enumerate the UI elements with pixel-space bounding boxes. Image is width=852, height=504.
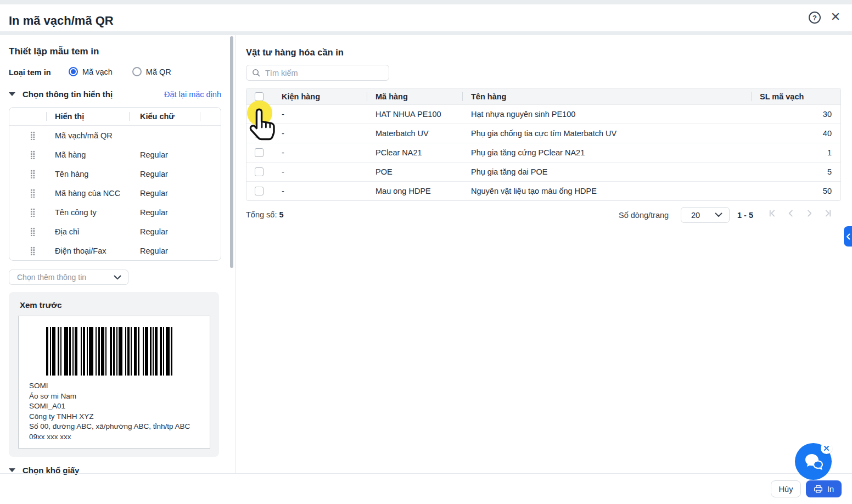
cell-package: - bbox=[282, 148, 284, 157]
table-row[interactable]: - PClear NA21 Phụ gia tăng cứng PClear N… bbox=[246, 143, 840, 162]
left-panel-scrollbar[interactable] bbox=[230, 36, 233, 268]
first-page-icon[interactable] bbox=[769, 210, 776, 217]
last-page-icon[interactable] bbox=[825, 210, 832, 217]
cell-barcode-qty: 40 bbox=[823, 129, 832, 138]
display-info-row[interactable]: Điện thoại/Fax Regular bbox=[9, 241, 221, 260]
preview-text-lines: SOMIÁo sơ mi NamSOMI_A01Công ty TNHH XYZ… bbox=[29, 381, 190, 443]
search-input[interactable] bbox=[265, 69, 383, 77]
close-icon[interactable]: ✕ bbox=[828, 10, 843, 24]
display-row-font: Regular bbox=[140, 150, 168, 159]
cancel-button[interactable]: Hủy bbox=[771, 480, 801, 497]
preview-line: SOMI bbox=[29, 381, 190, 391]
help-icon[interactable]: ? bbox=[809, 12, 821, 24]
display-info-row[interactable]: Mã hàng của NCC Regular bbox=[9, 183, 221, 203]
display-info-row[interactable]: Địa chỉ Regular bbox=[9, 222, 221, 241]
search-icon bbox=[252, 69, 260, 77]
preview-line: Công ty TNHH XYZ bbox=[29, 412, 190, 422]
drag-handle-icon[interactable] bbox=[30, 247, 35, 255]
label-type-label: Loại tem in bbox=[9, 68, 51, 77]
display-row-label: Tên công ty bbox=[55, 208, 97, 217]
total-count: Tổng số: 5 bbox=[246, 210, 284, 219]
display-row-label: Tên hàng bbox=[55, 170, 88, 178]
table-row[interactable]: - Mau ong HDPE Nguyên vật liệu tạo màu ố… bbox=[246, 181, 840, 200]
display-row-label: Mã hàng bbox=[55, 150, 86, 159]
radio-qr[interactable] bbox=[132, 67, 142, 76]
print-button[interactable]: In bbox=[806, 480, 842, 497]
preview-title: Xem trước bbox=[20, 300, 62, 310]
cell-barcode-qty: 30 bbox=[823, 110, 832, 119]
next-page-icon[interactable] bbox=[806, 210, 813, 217]
drag-handle-icon[interactable] bbox=[30, 189, 35, 198]
collapse-triangle-icon[interactable] bbox=[9, 92, 15, 96]
display-info-row[interactable]: Mã hàng Regular bbox=[9, 145, 221, 164]
total-value: 5 bbox=[279, 210, 283, 219]
cell-package: - bbox=[282, 129, 284, 138]
cell-item-name: Phụ gia chống tia cực tím Materbatch UV bbox=[471, 129, 616, 138]
preview-line: 09xx xxx xxx bbox=[29, 432, 190, 443]
table-row[interactable]: - POE Phụ gia tăng dai POE 5 bbox=[246, 162, 840, 181]
drag-handle-icon[interactable] bbox=[30, 170, 35, 178]
display-info-row[interactable]: Tên hàng Regular bbox=[9, 164, 221, 183]
page-title: In mã vạch/mã QR bbox=[9, 14, 114, 28]
add-info-dropdown[interactable]: Chọn thêm thông tin bbox=[9, 270, 128, 285]
item-name-column-header: Tên hàng bbox=[471, 92, 506, 101]
chevron-left-icon bbox=[846, 233, 850, 240]
display-row-font: Regular bbox=[140, 189, 168, 198]
display-row-font: Regular bbox=[140, 170, 168, 178]
display-info-section-title: Chọn thông tin hiển thị bbox=[23, 89, 113, 99]
preview-line: Số 00, đường ABC, xã/phường ABC, tỉnh/tp… bbox=[29, 422, 190, 432]
cell-item-code: Materbatch UV bbox=[375, 129, 429, 138]
cell-item-code: POE bbox=[375, 167, 393, 176]
header-divider bbox=[0, 31, 852, 35]
display-info-row[interactable]: Mã vạch/mã QR bbox=[9, 126, 221, 145]
chat-bubbles-icon bbox=[804, 452, 823, 471]
cell-item-name: Phụ gia tăng dai POE bbox=[471, 167, 547, 176]
display-info-table-body: Mã vạch/mã QR Mã hàng Regular Tên hàng R… bbox=[9, 126, 221, 260]
hand-cursor-icon bbox=[248, 108, 277, 142]
radio-barcode[interactable] bbox=[69, 67, 78, 76]
items-table: Kiện hàng Mã hàng Tên hàng SL mã vạch - … bbox=[246, 88, 841, 201]
select-all-checkbox[interactable] bbox=[255, 92, 264, 101]
add-info-dropdown-label: Chọn thêm thông tin bbox=[17, 273, 86, 282]
right-panel-title: Vật tư hàng hóa cần in bbox=[246, 47, 344, 58]
reset-default-link[interactable]: Đặt lại mặc định bbox=[164, 90, 221, 99]
rows-per-page-label: Số dòng/trang bbox=[619, 211, 669, 220]
cell-package: - bbox=[282, 167, 284, 176]
radio-qr-label[interactable]: Mã QR bbox=[146, 68, 171, 76]
items-table-body: - HAT NHUA PE100 Hạt nhựa nguyên sinh PE… bbox=[246, 104, 840, 200]
rows-per-page-select[interactable]: 20 bbox=[681, 207, 730, 223]
drag-handle-icon[interactable] bbox=[30, 131, 35, 140]
search-box bbox=[246, 65, 389, 81]
panel-divider bbox=[236, 35, 236, 473]
prev-page-icon[interactable] bbox=[787, 210, 794, 217]
row-checkbox[interactable] bbox=[255, 187, 264, 195]
pagination-controls bbox=[769, 210, 832, 217]
drag-handle-icon[interactable] bbox=[30, 208, 35, 217]
cell-barcode-qty: 5 bbox=[827, 167, 832, 176]
display-row-font: Regular bbox=[140, 227, 168, 236]
row-checkbox[interactable] bbox=[255, 148, 264, 157]
display-info-row[interactable]: Tên công ty Regular bbox=[9, 203, 221, 222]
cell-item-code: HAT NHUA PE100 bbox=[375, 110, 441, 119]
display-row-label: Địa chỉ bbox=[55, 227, 79, 236]
chevron-down-icon bbox=[715, 212, 722, 217]
preview-line: SOMI_A01 bbox=[29, 401, 190, 412]
close-icon bbox=[823, 445, 829, 451]
cell-item-name: Nguyên vật liệu tạo màu ống HDPE bbox=[471, 187, 597, 195]
cell-package: - bbox=[282, 187, 284, 195]
row-checkbox[interactable] bbox=[255, 167, 264, 176]
cell-barcode-qty: 1 bbox=[827, 148, 832, 157]
drag-handle-icon[interactable] bbox=[30, 227, 35, 236]
cell-item-code: Mau ong HDPE bbox=[375, 187, 431, 195]
radio-barcode-label[interactable]: Mã vạch bbox=[82, 68, 113, 76]
printer-icon bbox=[814, 484, 823, 494]
table-row[interactable]: - HAT NHUA PE100 Hạt nhựa nguyên sinh PE… bbox=[246, 104, 840, 124]
drag-handle-icon[interactable] bbox=[30, 150, 35, 159]
table-row[interactable]: - Materbatch UV Phụ gia chống tia cực tí… bbox=[246, 124, 840, 143]
display-row-font: Regular bbox=[140, 247, 168, 255]
collapse-triangle-icon[interactable] bbox=[9, 468, 15, 472]
expand-side-panel-button[interactable] bbox=[844, 226, 852, 247]
chat-close-badge[interactable] bbox=[821, 443, 832, 454]
preview-label-box: SOMIÁo sơ mi NamSOMI_A01Công ty TNHH XYZ… bbox=[18, 316, 210, 449]
page-background-strip bbox=[0, 0, 852, 4]
